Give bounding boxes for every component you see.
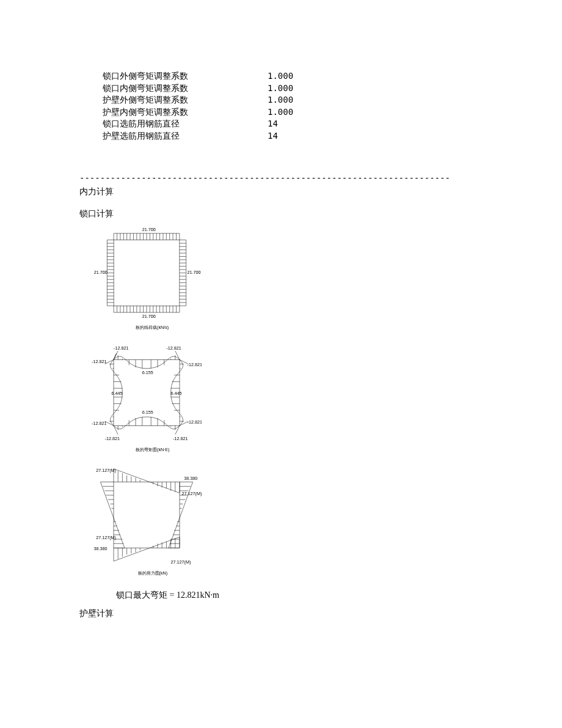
param-value: 1.000 (268, 83, 293, 95)
param-value: 1.000 (268, 106, 293, 119)
max-moment-result: 锁口最大弯矩 = 12.821kN·m (116, 590, 483, 601)
svg-line-92 (114, 425, 118, 434)
svg-line-91 (175, 351, 180, 359)
moment-br: -12.821 (173, 435, 188, 441)
param-label: 护壁选筋用钢筋直径 (103, 130, 268, 142)
svg-rect-138 (114, 482, 180, 548)
diagram-load: 21.700 21.700 21.700 21.700 板的线荷载(kN/s) (92, 227, 202, 334)
param-row: 锁口选筋用钢筋直径 14 (103, 118, 483, 130)
param-row: 锁口内侧弯矩调整系数 1.000 (103, 83, 483, 95)
param-label: 护壁内侧弯矩调整系数 (103, 106, 268, 119)
param-row: 护壁选筋用钢筋直径 14 (103, 130, 483, 142)
moment-mid-top: 6.155 (142, 369, 153, 375)
moment-side-br: -12.821 (188, 419, 202, 424)
svg-rect-0 (114, 240, 180, 306)
load-right-label: 21.700 (187, 270, 200, 275)
moment-bl: -12.821 (105, 435, 120, 441)
param-label: 护壁外侧弯矩调整系数 (103, 94, 268, 106)
section-divider: ----------------------------------------… (79, 173, 483, 183)
param-label: 锁口选筋用钢筋直径 (103, 118, 268, 130)
moment-mid-bottom: 6.155 (142, 409, 153, 414)
moment-side-tr: -12.821 (188, 362, 202, 367)
param-row: 锁口外侧弯矩调整系数 1.000 (103, 70, 483, 83)
heading-lockmouth: 锁口计算 (79, 208, 483, 219)
diagram-shear: 27.127(M) 38.380 27.127(M) 27.127(M) 38.… (92, 466, 202, 580)
svg-line-93 (175, 425, 180, 434)
svg-line-90 (114, 351, 118, 359)
shear-bl2: 38.380 (94, 546, 108, 551)
load-bottom-label: 21.700 (142, 314, 156, 319)
diagram-caption: 板的弯矩图(kN·E) (135, 446, 169, 452)
heading-inner-force: 内力计算 (79, 186, 483, 197)
param-label: 锁口内侧弯矩调整系数 (103, 83, 268, 95)
moment-side-tl: -12.821 (92, 358, 106, 364)
heading-wall: 护壁计算 (79, 608, 483, 619)
param-value: 14 (268, 130, 278, 142)
load-left-label: 21.700 (94, 270, 108, 275)
param-label: 锁口外侧弯矩调整系数 (103, 70, 268, 83)
moment-side-bl: -12.821 (92, 420, 106, 425)
shear-bl: 27.127(M) (96, 535, 116, 540)
shear-tl: 27.127(M) (96, 468, 116, 473)
diagram-moment: -12.821 -12.821 -12.821 -12.821 -12.821 … (92, 344, 202, 457)
moment-mid-right: 6.445 (171, 391, 182, 396)
shear-trside: 27.127(M) (182, 491, 202, 496)
moment-tl: -12.821 (114, 345, 128, 351)
param-value: 1.000 (268, 70, 293, 83)
diagram-caption: 板的线荷载(kN/s) (135, 325, 169, 330)
param-row: 护壁外侧弯矩调整系数 1.000 (103, 94, 483, 106)
moment-tr: -12.821 (166, 345, 181, 351)
diagram-caption: 板的剪力图(kN) (137, 570, 168, 575)
moment-mid-left: 6.445 (111, 391, 122, 396)
param-value: 14 (268, 118, 278, 130)
param-row: 护壁内侧弯矩调整系数 1.000 (103, 106, 483, 119)
shear-tr: 38.380 (184, 475, 197, 480)
load-top-label: 21.700 (142, 227, 156, 232)
param-value: 1.000 (268, 94, 293, 106)
shear-br: 27.127(M) (171, 559, 191, 564)
